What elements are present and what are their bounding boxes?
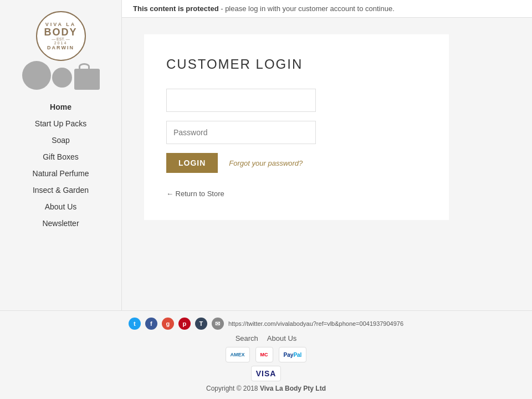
email-group: [166, 89, 427, 112]
cart-icon[interactable]: [74, 69, 100, 90]
sidebar-item-newsletter[interactable]: Newsletter: [0, 215, 121, 232]
mastercard-icon: MC: [255, 347, 273, 362]
footer-copyright: Copyright © 2018 Viva La Body Pty Ltd: [11, 385, 521, 392]
paypal-icon: PayPal: [279, 347, 307, 362]
user-icon-small: [52, 68, 72, 88]
login-button[interactable]: LOGIN: [166, 153, 218, 173]
protected-bold: This content is protected: [133, 4, 219, 13]
amex-icon: AMEX: [226, 347, 250, 362]
logo-text-est: — EST. —: [52, 37, 70, 41]
tumblr-icon[interactable]: T: [195, 318, 207, 330]
footer-about-link[interactable]: About Us: [267, 334, 296, 342]
sidebar-item-about-us[interactable]: About Us: [0, 198, 121, 215]
twitter-icon[interactable]: t: [129, 318, 141, 330]
sidebar-item-home[interactable]: Home: [0, 99, 121, 115]
sidebar-item-soap[interactable]: Soap: [0, 132, 121, 149]
social-url: https://twitter.com/vivalabodyau?ref=vlb…: [228, 320, 403, 327]
password-group: [166, 121, 427, 144]
logo-year: 2014: [54, 41, 68, 45]
email-input[interactable]: [166, 89, 316, 112]
sidebar-item-gift-boxes[interactable]: Gift Boxes: [0, 149, 121, 165]
sidebar-item-natural-perfume[interactable]: Natural Perfume: [0, 165, 121, 182]
payment-icons: AMEX MC PayPal: [11, 347, 521, 362]
sidebar-nav: Home Start Up Packs Soap Gift Boxes Natu…: [0, 99, 121, 232]
sidebar-item-startup-packs[interactable]: Start Up Packs: [0, 115, 121, 132]
user-icon-large: [22, 61, 51, 90]
logo-circle: VIVA LA BODY — EST. — 2014 DARWIN: [36, 11, 86, 61]
facebook-icon[interactable]: f: [145, 318, 157, 330]
logo-text-main: BODY: [44, 27, 77, 37]
login-container: CUSTOMER LOGIN LOGIN Forgot your passwor…: [144, 34, 449, 220]
return-to-store-link[interactable]: ← Return to Store: [166, 190, 427, 198]
google-icon[interactable]: g: [162, 318, 174, 330]
email-icon[interactable]: ✉: [212, 318, 224, 330]
logo-darwin: DARWIN: [47, 45, 74, 50]
visa-row: VISA: [11, 366, 521, 381]
protected-rest: - please log in with your customer accou…: [219, 4, 395, 13]
user-cart-area: [22, 61, 100, 90]
pinterest-icon[interactable]: p: [178, 318, 191, 330]
company-link[interactable]: Viva La Body Pty Ltd: [260, 385, 326, 392]
password-input[interactable]: [166, 121, 316, 144]
login-title: CUSTOMER LOGIN: [166, 57, 427, 72]
visa-icon: VISA: [251, 366, 282, 381]
footer-links: Search About Us: [11, 334, 521, 342]
copyright-text: Copyright © 2018: [206, 385, 258, 392]
protected-bar: This content is protected - please log i…: [122, 0, 532, 18]
logo[interactable]: VIVA LA BODY — EST. — 2014 DARWIN: [30, 11, 91, 61]
sidebar-item-insect-garden[interactable]: Insect & Garden: [0, 182, 121, 198]
forgot-password-link[interactable]: Forgot your password?: [229, 159, 303, 167]
form-actions: LOGIN Forgot your password?: [166, 153, 427, 173]
footer-search-link[interactable]: Search: [236, 334, 258, 342]
footer-social: t f g p T ✉ https://twitter.com/vivalabo…: [11, 318, 521, 330]
footer: t f g p T ✉ https://twitter.com/vivalabo…: [0, 310, 532, 399]
